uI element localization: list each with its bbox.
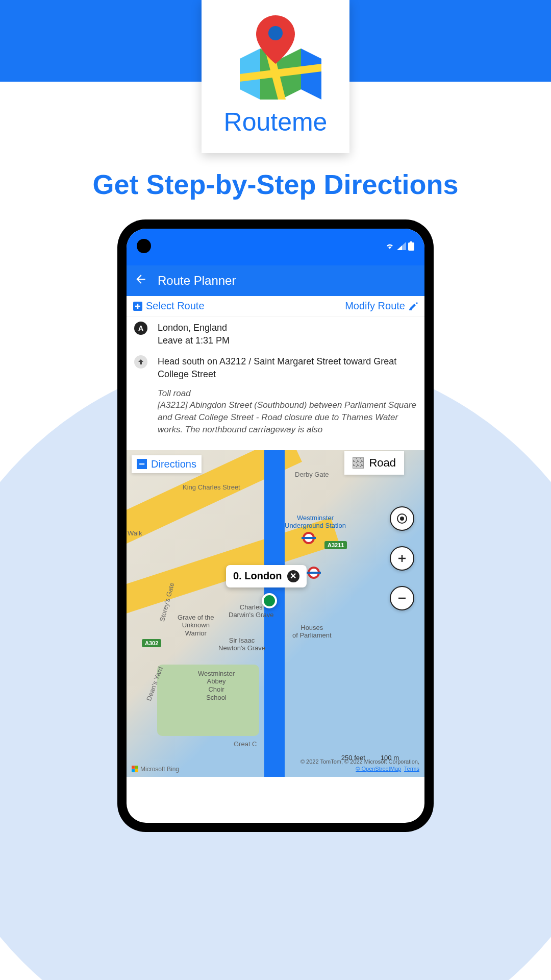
map-type-icon: [353, 457, 364, 469]
modify-route-label: Modify Route: [345, 300, 405, 312]
map-label: Houses of Parliament: [292, 624, 332, 640]
map-label: Westminster Underground Station: [285, 514, 346, 530]
wifi-icon: [385, 242, 395, 252]
microsoft-icon: [132, 766, 138, 772]
map-label: Westminster Abbey Choir School: [198, 670, 235, 701]
app-bar: Route Planner: [127, 265, 424, 296]
road-badge: A3211: [324, 541, 347, 549]
battery-icon: [408, 241, 414, 253]
start-departure: Leave at 1:31 PM: [158, 335, 417, 346]
zoom-in-button[interactable]: [390, 546, 414, 571]
arrow-up-icon: [134, 355, 147, 369]
step-instruction: Head south on A3212 / Saint Margaret Str…: [158, 355, 417, 381]
map-label: Derby Gate: [295, 471, 329, 478]
start-location: London, England: [158, 322, 417, 334]
attrib-osm[interactable]: © OpenStreetMap: [356, 766, 401, 772]
app-logo-card: Routeme: [202, 0, 349, 153]
map-pin-callout[interactable]: 0. London ✕: [226, 565, 307, 587]
map-view[interactable]: King Charles Street Walk Derby Gate Stor…: [127, 450, 424, 777]
tube-icon: [308, 567, 320, 579]
app-name: Routeme: [224, 107, 328, 137]
svg-marker-3: [301, 48, 321, 100]
select-route-label: Select Route: [146, 300, 205, 312]
svg-rect-7: [408, 242, 414, 251]
bing-logo: Microsoft Bing: [132, 766, 179, 773]
app-logo-icon: [224, 8, 327, 105]
attrib-terms[interactable]: Terms: [404, 766, 419, 772]
map-label: Grave of the Unknown Warrior: [178, 614, 214, 638]
svg-rect-8: [410, 241, 412, 243]
direction-start[interactable]: A London, England Leave at 1:31 PM: [134, 322, 417, 346]
bing-text: Microsoft Bing: [140, 766, 179, 773]
directions-list: A London, England Leave at 1:31 PM Head …: [127, 316, 424, 450]
route-toolbar: Select Route Modify Route: [127, 296, 424, 316]
map-type-button[interactable]: Road: [344, 451, 404, 475]
road-badge: A302: [142, 639, 161, 647]
promo-tagline: Get Step-by-Step Directions: [0, 168, 551, 200]
map-label: Great C: [234, 740, 257, 748]
direction-step[interactable]: Head south on A3212 / Saint Margaret Str…: [134, 355, 417, 436]
back-button[interactable]: [134, 273, 147, 289]
svg-point-6: [268, 26, 283, 40]
phone-screen: Route Planner Select Route Modify Route …: [127, 229, 424, 823]
pin-label-text: 0. London: [233, 570, 282, 582]
step-note-title: Toll road: [158, 388, 191, 398]
directions-collapse-label: Directions: [151, 458, 196, 470]
modify-route-button[interactable]: Modify Route: [345, 300, 418, 312]
select-route-button[interactable]: Select Route: [133, 300, 205, 312]
locate-button[interactable]: [390, 506, 414, 531]
phone-camera: [137, 239, 151, 253]
svg-point-11: [400, 517, 404, 521]
map-controls: [390, 506, 414, 610]
signal-icon: [397, 242, 406, 252]
step-note: [A3212] Abingdon Street (Southbound) bet…: [158, 400, 416, 434]
status-bar: [127, 229, 424, 265]
map-attribution: © 2022 TomTom, © 2022 Microsoft Corporat…: [300, 758, 419, 773]
map-label: Sir Isaac Newton's Grave: [218, 636, 265, 652]
map-label: Walk: [128, 529, 142, 537]
zoom-out-button[interactable]: [390, 586, 414, 610]
phone-frame: Route Planner Select Route Modify Route …: [117, 219, 434, 832]
edit-icon: [408, 301, 418, 311]
map-type-label: Road: [369, 456, 396, 470]
map-marker[interactable]: [262, 593, 277, 608]
attrib-line1: © 2022 TomTom, © 2022 Microsoft Corporat…: [300, 758, 419, 765]
page-title: Route Planner: [158, 274, 236, 288]
map-label: King Charles Street: [183, 483, 240, 491]
close-pin-button[interactable]: ✕: [287, 570, 299, 582]
start-badge: A: [134, 322, 147, 335]
minus-icon: −: [137, 459, 147, 469]
tube-icon: [303, 532, 315, 544]
directions-collapse-button[interactable]: − Directions: [132, 455, 202, 473]
plus-icon: [133, 301, 143, 311]
